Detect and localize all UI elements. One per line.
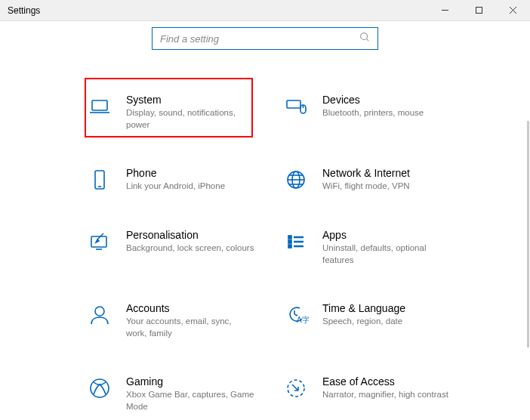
maximize-button[interactable] [462, 0, 496, 20]
categories-grid: System Display, sound, notifications, po… [0, 63, 530, 412]
pen-monitor-icon [87, 229, 112, 255]
window-title: Settings [8, 5, 40, 16]
search-input[interactable] [160, 33, 349, 45]
svg-line-5 [367, 39, 369, 42]
category-title: Ease of Access [322, 375, 448, 388]
category-text: Network & Internet WiFi, flight mode, VP… [322, 167, 410, 193]
phone-icon [87, 167, 112, 193]
category-time[interactable]: A字 Time & Language Speech, region, date [283, 302, 472, 339]
search-container [0, 21, 530, 63]
search-icon [359, 32, 370, 45]
category-text: Personalisation Background, lock screen,… [126, 229, 254, 255]
globe-icon [283, 167, 309, 193]
minimize-button[interactable] [428, 0, 462, 20]
category-title: Time & Language [322, 302, 405, 314]
svg-point-31 [95, 307, 104, 316]
category-text: Ease of Access Narrator, magnifier, high… [322, 375, 448, 401]
category-desc: Narrator, magnifier, high contrast [322, 389, 448, 401]
category-system[interactable]: System Display, sound, notifications, po… [87, 94, 276, 131]
category-desc: WiFi, flight mode, VPN [322, 181, 410, 193]
category-title: Devices [322, 94, 424, 106]
svg-rect-27 [288, 245, 291, 248]
category-desc: Uninstall, defaults, optional features [322, 242, 451, 266]
category-text: Accounts Your accounts, email, sync, wor… [126, 302, 254, 339]
category-desc: Speech, region, date [322, 316, 405, 328]
category-personalisation[interactable]: Personalisation Background, lock screen,… [87, 229, 276, 266]
laptop-icon [87, 94, 112, 119]
category-text: System Display, sound, notifications, po… [126, 94, 254, 131]
category-gaming[interactable]: Gaming Xbox Game Bar, captures, Game Mod… [87, 375, 276, 412]
category-title: System [126, 94, 254, 106]
scrollbar[interactable] [527, 121, 529, 347]
svg-rect-6 [92, 100, 107, 110]
svg-rect-25 [288, 236, 291, 239]
category-accounts[interactable]: Accounts Your accounts, email, sync, wor… [87, 302, 276, 339]
category-text: Devices Bluetooth, printers, mouse [322, 94, 424, 119]
category-network[interactable]: Network & Internet WiFi, flight mode, VP… [283, 167, 472, 193]
person-icon [87, 302, 112, 328]
svg-text:A字: A字 [297, 316, 309, 324]
svg-rect-8 [287, 100, 300, 108]
category-text: Phone Link your Android, iPhone [126, 167, 225, 193]
category-ease-of-access[interactable]: Ease of Access Narrator, magnifier, high… [283, 375, 472, 412]
search-box[interactable] [152, 27, 378, 50]
category-text: Apps Uninstall, defaults, optional featu… [322, 229, 451, 266]
category-desc: Xbox Game Bar, captures, Game Mode [126, 389, 254, 412]
category-text: Gaming Xbox Game Bar, captures, Game Mod… [126, 375, 254, 412]
category-title: Personalisation [126, 229, 254, 241]
svg-rect-1 [476, 8, 482, 14]
clock-language-icon: A字 [283, 302, 309, 328]
titlebar: Settings [0, 0, 530, 21]
category-desc: Your accounts, email, sync, work, family [126, 316, 254, 339]
category-text: Time & Language Speech, region, date [322, 302, 405, 328]
category-devices[interactable]: Devices Bluetooth, printers, mouse [283, 94, 472, 131]
close-button[interactable] [496, 0, 530, 20]
category-phone[interactable]: Phone Link your Android, iPhone [87, 167, 276, 193]
window-controls [428, 0, 530, 20]
category-title: Accounts [126, 302, 254, 314]
category-apps[interactable]: Apps Uninstall, defaults, optional featu… [283, 229, 472, 266]
svg-rect-26 [288, 240, 291, 243]
category-desc: Display, sound, notifications, power [126, 107, 254, 131]
category-title: Phone [126, 167, 225, 179]
category-desc: Link your Android, iPhone [126, 181, 225, 193]
category-title: Gaming [126, 375, 254, 388]
category-desc: Background, lock screen, colours [126, 242, 254, 255]
category-desc: Bluetooth, printers, mouse [322, 107, 424, 119]
svg-point-35 [91, 379, 109, 397]
keyboard-mouse-icon [283, 94, 309, 119]
ease-of-access-icon [283, 375, 309, 401]
svg-point-4 [361, 33, 368, 40]
xbox-icon [87, 375, 112, 401]
category-title: Network & Internet [322, 167, 410, 179]
list-icon [283, 229, 309, 255]
category-title: Apps [322, 229, 451, 241]
